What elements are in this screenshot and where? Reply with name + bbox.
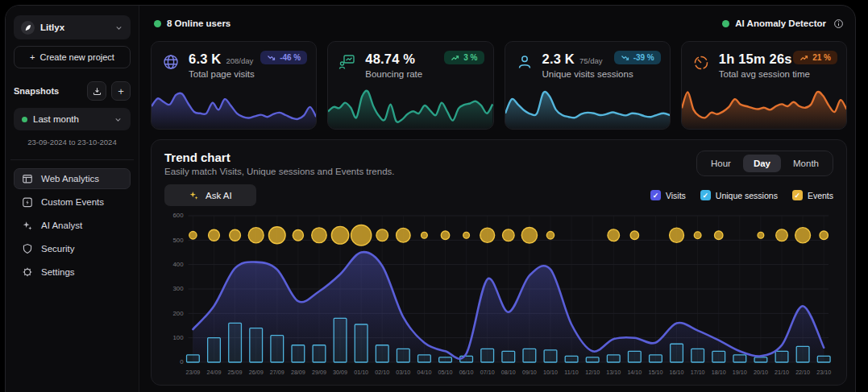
snapshot-date-range: 23-09-2024 to 23-10-2024 [14,138,131,146]
svg-text:20/10: 20/10 [754,369,768,376]
browser-icon [21,173,34,184]
svg-text:19/10: 19/10 [733,369,747,376]
sidebar-divider [10,159,134,160]
online-users: 8 Online users [154,19,230,28]
ai-anomaly-detector: AI Anomaly Detector [722,19,844,29]
sidebar-item-security[interactable]: Security [14,238,131,259]
period-option-month[interactable]: Month [783,155,829,172]
stat-rate: 208/day [226,56,253,65]
gear-icon [21,266,34,278]
period-segmented-control: HourDayMonth [696,151,833,176]
svg-text:09/10: 09/10 [522,369,537,376]
online-users-label: 8 Online users [167,19,230,28]
snapshots-row: Snapshots + [14,81,131,101]
litlyx-logo-icon [21,21,35,35]
svg-text:22/10: 22/10 [795,369,810,376]
svg-text:25/09: 25/09 [228,369,243,376]
legend-toggle-events[interactable]: ✓Events [792,190,833,200]
stat-sparkline [328,82,492,129]
period-option-day[interactable]: Day [743,155,781,172]
add-snapshot-button[interactable]: + [111,81,131,101]
stat-value: 2.3 K [542,52,575,67]
sidebar-item-settings[interactable]: Settings [14,262,131,283]
stat-card-0: 6.3 K208/dayTotal page visits-46 % [151,41,317,130]
svg-text:11/10: 11/10 [564,369,578,376]
sidebar-item-label: Security [41,244,75,254]
sidebar: Litlyx + Create new project Snapshots + … [6,6,139,392]
snapshots-label: Snapshots [14,86,82,96]
anomaly-label: AI Anomaly Detector [735,19,826,28]
svg-text:30/09: 30/09 [333,369,347,376]
svg-text:26/09: 26/09 [249,369,264,376]
checkbox-icon: ✓ [650,190,661,200]
trend-header: Trend chart Easily match Visits, Unique … [164,151,833,176]
svg-text:27/09: 27/09 [270,369,284,376]
sidebar-item-label: Settings [41,267,75,277]
svg-text:03/10: 03/10 [396,369,410,376]
stat-badge-value: 3 % [463,53,477,62]
svg-text:08/10: 08/10 [501,369,516,376]
sidebar-item-web-analytics[interactable]: Web Analytics [14,168,131,189]
svg-text:02/10: 02/10 [375,369,389,376]
svg-text:21/10: 21/10 [775,369,789,376]
stat-card-2: 2.3 K75/dayUnique visits sessions-39 % [505,41,671,130]
active-range-dot [22,117,27,122]
plus-icon: + [30,52,35,62]
app-window: Litlyx + Create new project Snapshots + … [5,5,856,392]
shield-icon [21,243,34,254]
legend-toggle-visits[interactable]: ✓Visits [650,190,686,200]
stat-badge-value: 21 % [812,53,831,62]
stat-badge-value: -39 % [633,53,654,62]
stat-label: Total page visits [189,69,255,79]
stat-trend-badge: -39 % [614,51,661,64]
download-icon [92,86,102,97]
project-selector[interactable]: Litlyx [14,15,131,39]
stat-card-3: 1h 15m 26sTotal avg session time21 % [681,41,847,130]
project-name: Litlyx [40,23,109,32]
svg-text:05/10: 05/10 [438,369,453,376]
user-icon [516,52,535,79]
svg-text:12/10: 12/10 [585,369,600,376]
anomaly-status-dot [722,20,729,27]
stat-value: 1h 15m 26s [719,52,792,67]
legend-toggle-unique-sessions[interactable]: ✓Unique sessions [700,190,778,200]
legend-label: Visits [666,191,686,200]
create-project-label: Create new project [40,52,114,62]
svg-text:07/10: 07/10 [480,369,495,376]
legend-label: Unique sessions [716,191,778,200]
stat-sparkline [682,82,846,129]
sidebar-item-custom-events[interactable]: Custom Events [14,192,131,213]
create-project-button[interactable]: + Create new project [14,46,131,68]
trend-subtitle: Easily match Visits, Unique sessions and… [164,167,395,176]
trend-actions: Ask AI ✓Visits✓Unique sessions✓Events [164,184,833,206]
sidebar-item-label: Custom Events [41,197,104,207]
globe-icon [162,52,181,79]
ask-ai-button[interactable]: Ask AI [164,184,256,206]
trend-chart[interactable]: 010020030040050060023/0924/0925/0926/092… [164,209,833,380]
svg-text:16/10: 16/10 [670,369,684,376]
snapshot-range-select[interactable]: Last month [14,108,131,130]
svg-text:500: 500 [172,237,184,244]
svg-text:17/10: 17/10 [691,369,705,376]
svg-text:13/10: 13/10 [606,369,621,376]
stat-value: 6.3 K [189,52,221,67]
checkbox-icon: ✓ [700,190,711,200]
range-label: Last month [33,114,108,124]
bolt-box-icon [21,196,34,208]
svg-text:01/10: 01/10 [354,369,368,376]
svg-text:29/09: 29/09 [312,369,326,376]
trend-up-icon [451,54,459,62]
period-option-hour[interactable]: Hour [700,155,741,172]
svg-text:23/10: 23/10 [816,369,831,376]
export-snapshot-button[interactable] [87,81,106,101]
trend-up-icon [799,54,808,62]
sidebar-item-ai-analyst[interactable]: AI Analyst [14,215,131,236]
sparkles-icon [21,220,34,231]
stat-trend-badge: 3 % [444,51,484,64]
chevron-down-icon [114,23,123,32]
online-dot [154,20,161,27]
info-icon[interactable] [833,19,844,29]
ask-ai-label: Ask AI [206,191,232,200]
stat-sparkline [505,82,670,129]
svg-text:200: 200 [172,310,184,317]
